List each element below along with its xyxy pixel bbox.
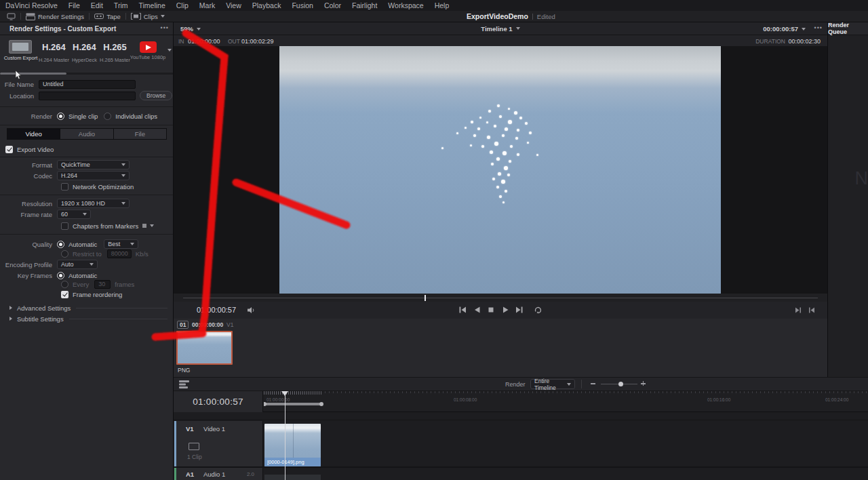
marker-color-swatch[interactable] — [142, 224, 146, 228]
render-range-dropdown[interactable]: Entire Timeline — [530, 379, 575, 389]
video-preview[interactable] — [279, 46, 721, 294]
tab-audio[interactable]: Audio — [60, 129, 113, 139]
ruler-tick — [264, 391, 264, 395]
quality-restrict-radio[interactable] — [61, 250, 68, 258]
match-frame-in-icon[interactable] — [808, 307, 815, 313]
clips-button[interactable]: Clips — [131, 13, 165, 20]
preset-custom-export[interactable]: Custom Export — [3, 39, 39, 61]
export-video-checkbox[interactable] — [5, 146, 13, 153]
quality-automatic-radio[interactable] — [57, 241, 64, 248]
ruler-tick — [695, 391, 696, 393]
single-clip-radio[interactable] — [57, 113, 64, 120]
ruler-tick — [724, 391, 724, 393]
frame-reordering-checkbox[interactable] — [61, 291, 68, 298]
viewer-scrub-bar[interactable] — [174, 294, 827, 302]
stop-button[interactable] — [487, 306, 495, 314]
match-frame-out-icon[interactable] — [795, 307, 802, 313]
individual-clips-radio[interactable] — [104, 113, 111, 120]
viewer-options-button[interactable]: ••• — [814, 24, 823, 31]
encoding-profile-dropdown[interactable]: Auto — [57, 260, 98, 269]
resolution-dropdown[interactable]: 1920 x 1080 HD — [57, 199, 130, 208]
file-name-input[interactable]: Untitled — [39, 80, 136, 89]
menu-color[interactable]: Color — [319, 1, 347, 9]
advanced-settings-expander[interactable]: Advanced Settings — [0, 303, 173, 313]
track-thumbnail-toggle[interactable] — [189, 443, 199, 450]
quality-best-dropdown[interactable]: Best — [104, 239, 138, 249]
tab-video[interactable]: Video — [7, 129, 60, 139]
frame-rate-dropdown[interactable]: 60 — [57, 209, 91, 219]
tape-button[interactable]: Tape — [94, 13, 121, 20]
menu-file[interactable]: File — [63, 1, 85, 9]
menu-workspace[interactable]: Workspace — [382, 1, 429, 9]
browse-button[interactable]: Browse — [140, 91, 172, 100]
project-title: ExportVideoDemo — [467, 12, 528, 20]
ruler-tick — [341, 391, 342, 393]
timeline-audio-clip[interactable] — [264, 475, 321, 480]
every-value-input[interactable]: 30 — [94, 280, 111, 289]
menu-trim[interactable]: Trim — [108, 1, 134, 9]
ruler-tick — [658, 391, 659, 393]
render-settings-button[interactable]: Render Settings — [26, 13, 84, 20]
timeline-video-clip[interactable]: [0000-0149].png — [264, 424, 321, 466]
ruler-tick — [772, 391, 773, 393]
play-button[interactable] — [501, 306, 509, 314]
menu-playback[interactable]: Playback — [247, 1, 287, 9]
preset-h-265-master[interactable]: H.265H.265 Master — [100, 39, 130, 63]
codec-dropdown[interactable]: H.264 — [57, 171, 130, 180]
chapters-checkbox[interactable] — [61, 222, 68, 230]
in-out-range-bar[interactable] — [264, 403, 322, 405]
individual-clips-label: Individual clips — [115, 113, 157, 120]
timeline-playhead-line[interactable] — [285, 391, 285, 480]
preset-hyperdeck[interactable]: H.264HyperDeck — [69, 39, 100, 63]
timeline-name-dropdown[interactable]: Timeline 1 — [174, 25, 827, 33]
presets-scrollbar-track[interactable] — [0, 73, 173, 75]
viewer-timecode-dropdown[interactable]: 00:00:00:57 — [763, 25, 806, 33]
menu-view[interactable]: View — [220, 1, 247, 9]
key-frames-every-radio[interactable] — [61, 281, 68, 288]
timeline-zoom-slider[interactable] — [601, 384, 637, 384]
key-frames-automatic-radio[interactable] — [57, 272, 64, 279]
chevron-down-icon[interactable] — [150, 224, 154, 227]
playhead-timecode: 01:00:00:57 — [193, 397, 243, 407]
timeline-zoom-knob[interactable] — [618, 382, 623, 386]
network-optimization-checkbox[interactable] — [61, 183, 68, 191]
menu-help[interactable]: Help — [429, 1, 455, 9]
ruler-tick — [459, 391, 460, 393]
menu-fusion[interactable]: Fusion — [286, 1, 319, 9]
menu-timeline[interactable]: Timeline — [133, 1, 170, 9]
location-input[interactable] — [39, 92, 136, 100]
panel-options-button[interactable]: ••• — [161, 24, 169, 31]
preset-h-264-master[interactable]: H.264H.264 Master — [39, 39, 69, 63]
first-frame-button[interactable] — [458, 306, 467, 314]
presets-more-chevron-icon[interactable] — [167, 49, 172, 52]
subtitle-settings-expander[interactable]: Subtitle Settings — [0, 314, 173, 323]
menu-clip[interactable]: Clip — [171, 1, 194, 9]
presets-scrollbar-thumb[interactable] — [0, 73, 66, 75]
last-frame-button[interactable] — [515, 306, 524, 314]
menu-davinci-resolve[interactable]: DaVinci Resolve — [5, 1, 63, 9]
timeline-playhead-marker[interactable] — [281, 391, 288, 396]
menu-fairlight[interactable]: Fairlight — [347, 1, 382, 9]
restrict-value-input[interactable]: 80000 — [107, 249, 132, 258]
tab-file[interactable]: File — [114, 129, 166, 139]
ruler-scale[interactable]: 01:00:00:0001:00:08:0001:00:16:0001:00:2… — [264, 391, 868, 412]
timeline-ruler[interactable]: 01:00:00:57 01:00:00:0001:00:08:0001:00:… — [174, 391, 868, 412]
play-reverse-button[interactable] — [473, 306, 481, 314]
ruler-tick — [789, 391, 789, 393]
format-dropdown[interactable]: QuickTime — [57, 160, 130, 169]
loop-button[interactable] — [534, 306, 542, 314]
timeline-zoom-out-button[interactable] — [591, 383, 595, 384]
viewer-header: 59% Timeline 1 00:00:00:57 ••• — [174, 22, 827, 35]
menu-mark[interactable]: Mark — [194, 1, 220, 9]
menu-edit[interactable]: Edit — [85, 1, 108, 9]
timeline-zoom-in-button[interactable] — [641, 383, 646, 384]
timeline-view-icon[interactable] — [179, 380, 189, 388]
splash-particle — [507, 174, 510, 176]
scrub-playhead[interactable] — [425, 295, 426, 301]
clip-thumbnail-selected[interactable] — [176, 331, 233, 365]
audio-track-header[interactable]: A1 Audio 1 2.0 — [174, 468, 263, 480]
video-track-header[interactable]: V1 Video 1 1 Clip — [174, 421, 263, 466]
preset-youtube-1080p[interactable]: YouTube 1080p — [130, 39, 165, 60]
cinema-viewer-icon[interactable] — [7, 13, 16, 20]
splash-particle — [498, 172, 501, 176]
